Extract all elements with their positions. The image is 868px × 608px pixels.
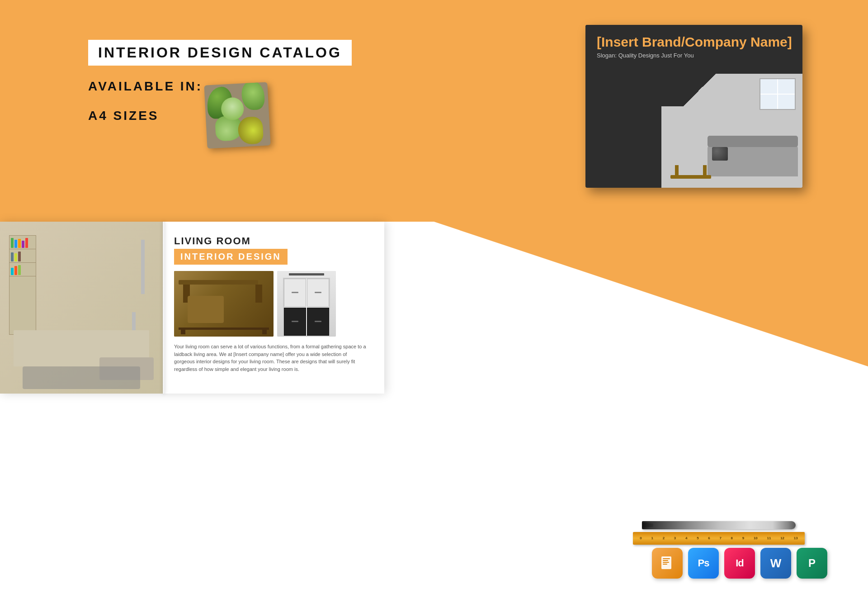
photoshop-icon[interactable]: Ps <box>688 548 719 579</box>
title-box: INTERIOR DESIGN CATALOG <box>88 40 352 66</box>
plant-decoration <box>206 84 276 163</box>
ruler-numbers: 0 1 2 3 4 5 6 7 8 9 10 11 12 13 <box>633 536 805 540</box>
living-room-image <box>0 222 163 394</box>
pillow-illustration <box>712 147 728 161</box>
furniture-photo-right <box>277 271 336 337</box>
catalog-spread: LIVING ROOM INTERIOR DESIGN <box>0 222 384 394</box>
chair-image <box>174 271 274 337</box>
svg-rect-4 <box>663 564 667 565</box>
size-label: A4 SIZES <box>88 109 159 123</box>
plant-pot <box>204 82 270 148</box>
catalog-cover-mockup: [Insert Brand/Company Name] Slogan: Qual… <box>585 25 802 188</box>
plant-leaf-2 <box>241 82 265 110</box>
svg-rect-2 <box>663 560 668 561</box>
catalog-binding <box>163 222 165 394</box>
indesign-icon[interactable]: Id <box>724 548 755 579</box>
cabinet-image <box>277 271 336 337</box>
bookshelf-element <box>9 235 36 335</box>
publisher-icon[interactable]: P <box>797 548 827 579</box>
furniture-photo-left <box>174 271 274 337</box>
available-label: AVAILABLE IN: <box>88 79 203 94</box>
app-icons-group: Ps Id W P <box>652 548 827 579</box>
slogan-text: Slogan: Quality Designs Just For You <box>597 52 792 59</box>
sofa-illustration <box>708 145 798 176</box>
word-icon[interactable]: W <box>760 548 791 579</box>
cover-title-area: [Insert Brand/Company Name] Slogan: Qual… <box>597 34 792 59</box>
pages-icon[interactable] <box>652 548 683 579</box>
plant-leaf-4 <box>237 116 264 145</box>
design-banner-text: INTERIOR DESIGN <box>180 252 281 261</box>
ruler-icon: 0 1 2 3 4 5 6 7 8 9 10 11 12 13 <box>633 532 805 545</box>
design-banner: INTERIOR DESIGN <box>174 249 288 265</box>
svg-rect-1 <box>663 558 670 559</box>
spread-right-page: LIVING ROOM INTERIOR DESIGN <box>163 222 384 394</box>
spread-description: Your living room can serve a lot of vari… <box>174 343 368 373</box>
coffee-table-illustration <box>670 175 711 179</box>
pen-icon <box>642 521 796 529</box>
brand-name: [Insert Brand/Company Name] <box>597 34 792 50</box>
room-label: LIVING ROOM <box>174 235 373 247</box>
stationery-group: 0 1 2 3 4 5 6 7 8 9 10 11 12 13 <box>633 521 805 545</box>
spread-left-page <box>0 222 163 394</box>
spread-image-row <box>174 271 373 337</box>
rug-element <box>23 366 140 389</box>
catalog-title: INTERIOR DESIGN CATALOG <box>98 44 342 61</box>
svg-rect-3 <box>663 562 669 563</box>
